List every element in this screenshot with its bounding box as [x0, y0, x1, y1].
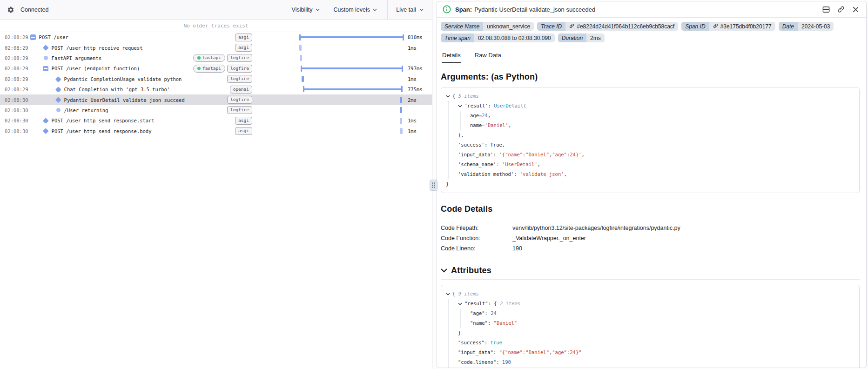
chevron-down-icon[interactable] — [446, 289, 452, 299]
badge-row: Time span02:08:30.088 to 02:08:30.090Dur… — [441, 34, 860, 42]
tag-logfire: logfire — [227, 106, 252, 114]
attributes-heading[interactable]: Attributes — [441, 266, 860, 275]
trace-row[interactable]: 02:08:29POST /userasgi810ms — [0, 32, 432, 42]
token: 24 — [491, 309, 497, 318]
duration-label: 810ms — [405, 34, 432, 40]
visibility-dropdown[interactable]: Visibility — [292, 7, 320, 13]
trace-row-label: Pydantic UserDetail validate_json succee… — [64, 97, 185, 103]
chevron-down-icon[interactable] — [458, 101, 464, 111]
no-older-traces-notice: No older traces exist — [0, 20, 432, 32]
trace-row-label: POST /user http receive request — [52, 45, 143, 51]
green-dot-icon — [197, 67, 201, 70]
trace-row[interactable]: 02:08:29POST /user (endpoint_function)fa… — [0, 63, 432, 74]
dock-panel-icon[interactable] — [822, 6, 830, 13]
token: "age" — [470, 309, 485, 318]
tag-asgi: asgi — [235, 34, 252, 41]
badge-value[interactable]: #3e175db4f0b20177 — [709, 22, 775, 31]
trace-row[interactable]: 02:08:30/User returninglogfire — [0, 105, 432, 115]
trace-row[interactable]: 02:08:30POST /user http send response.bo… — [0, 126, 432, 136]
badge-label: Time span — [441, 34, 474, 42]
close-icon[interactable] — [852, 6, 860, 13]
json-line: 'success': True, — [446, 140, 855, 150]
tab-raw-data[interactable]: Raw Data — [474, 50, 502, 63]
badge-value[interactable]: #e8224d24d41f064b112c6eb9cb58cacf — [565, 22, 678, 31]
badge-label: Date — [779, 22, 798, 31]
panel-splitter-handle[interactable] — [430, 180, 437, 191]
trace-row-label: FastAPI arguments — [52, 55, 101, 61]
token: } — [446, 179, 449, 189]
token: } — [458, 328, 461, 338]
indent-guide — [446, 101, 458, 111]
trace-row-time: 02:08:29 — [0, 45, 28, 51]
badge-time-span: Time span02:08:30.088 to 02:08:30.090 — [441, 34, 555, 42]
trace-rows: 02:08:29POST /userasgi810ms02:08:29POST … — [0, 32, 432, 136]
collapse-minus-square-icon[interactable] — [30, 34, 36, 40]
token: "code.lineno" — [458, 357, 496, 367]
trace-row-timeline — [255, 126, 405, 136]
duration-label: 1ms — [405, 118, 432, 123]
json-line: 'result': UserDetail( — [446, 101, 855, 111]
indent-guide — [446, 338, 458, 348]
tab-details[interactable]: Details — [442, 50, 461, 63]
json-line: 'schema_name': 'UserDetail', — [446, 160, 855, 169]
indent-guide — [446, 348, 458, 357]
trace-row-label: Chat Completion with 'gpt-3.5-turbo' — [64, 87, 170, 92]
trace-row-tags: logfire — [185, 106, 255, 114]
span-meta-badges: Service Nameunknown_serviceTrace ID#e822… — [441, 22, 860, 42]
duration-label: 1ms — [405, 76, 432, 82]
link-icon — [569, 23, 574, 30]
tag-fastapi: fastapi — [193, 54, 225, 62]
json-line: ), — [446, 130, 855, 140]
chevron-down-icon — [419, 8, 424, 11]
trace-row-tags: logfire — [185, 96, 255, 104]
duration-tick — [299, 45, 302, 51]
trace-row[interactable]: 02:08:29POST /user http receive requesta… — [0, 42, 432, 53]
trace-row-label: POST /user (endpoint_function) — [52, 66, 140, 71]
link-icon[interactable] — [837, 6, 845, 13]
trace-row[interactable]: 02:08:30Pydantic UserDetail validate_jso… — [0, 94, 432, 105]
chevron-down-icon[interactable] — [458, 299, 464, 309]
token: true — [491, 338, 502, 348]
token: 'input_data' — [458, 150, 493, 160]
code-detail-label: Code Lineno: — [441, 243, 512, 254]
token: age= — [470, 111, 482, 121]
badge-date: Date2024-05-03 — [779, 22, 834, 31]
arguments-python-tree: { 5 items'result': UserDetail(age=24,nam… — [441, 87, 860, 193]
token: : — [496, 367, 502, 368]
arguments-heading: Arguments: (as Python) — [441, 72, 860, 82]
trace-row-label: POST /user — [39, 34, 68, 40]
token: "name" — [470, 318, 488, 328]
gear-icon[interactable] — [7, 6, 14, 13]
indent-guide — [446, 130, 458, 140]
trace-row[interactable]: 02:08:30POST /user http send response.st… — [0, 115, 432, 126]
token: "schema_name" — [458, 367, 496, 368]
chevron-down-icon[interactable] — [446, 91, 452, 101]
custom-levels-dropdown[interactable]: Custom levels — [334, 7, 377, 13]
token: : — [496, 357, 502, 367]
trace-row[interactable]: 02:08:29Pydantic CompletionUsage validat… — [0, 74, 432, 84]
token: { — [452, 91, 458, 101]
chevron-down-icon — [373, 8, 377, 11]
token: : — [485, 309, 491, 318]
trace-list-panel: Connected Visibility Custom levels Live … — [0, 0, 432, 369]
code-detail-label: Code Filepath: — [441, 223, 512, 233]
collapse-minus-square-icon[interactable] — [43, 66, 49, 72]
green-dot-icon — [197, 56, 201, 60]
trace-row[interactable]: 02:08:29FastAPI argumentsfastapilogfire — [0, 53, 432, 63]
json-line: { 5 items — [446, 91, 855, 101]
span-diamond-icon — [43, 129, 49, 133]
json-line: "input_data": "{"name":"Daniel","age":24… — [446, 348, 855, 357]
indent-guide — [458, 309, 470, 318]
tag-asgi: asgi — [235, 44, 252, 52]
json-line: age=24, — [446, 111, 855, 121]
trace-row-time: 02:08:30 — [0, 128, 28, 134]
badge-value: 2ms — [586, 34, 605, 42]
trace-row[interactable]: 02:08:29Chat Completion with 'gpt-3.5-tu… — [0, 84, 432, 94]
live-tail-dropdown[interactable]: Live tail — [387, 0, 432, 19]
trace-list-toolbar: Connected Visibility Custom levels Live … — [0, 0, 432, 20]
token: "result" — [464, 299, 488, 309]
trace-row-tags: asgi — [185, 127, 255, 135]
duration-bar — [303, 86, 403, 92]
token: ), — [458, 130, 464, 140]
duration-label: 775ms — [405, 87, 432, 92]
